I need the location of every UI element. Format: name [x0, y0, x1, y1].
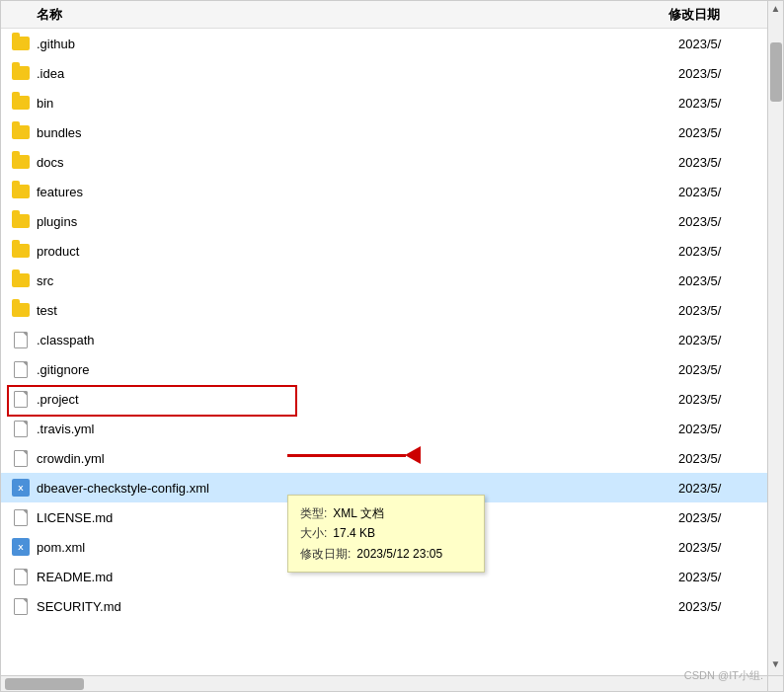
- folder-icon: [11, 211, 31, 231]
- file-name-label: product: [37, 244, 678, 259]
- folder-icon: [11, 93, 31, 113]
- file-date-label: 2023/5/: [678, 155, 757, 170]
- name-column-header[interactable]: 名称: [37, 6, 668, 24]
- file-date-label: 2023/5/: [678, 185, 757, 199]
- list-item[interactable]: src2023/5/: [1, 266, 767, 295]
- list-item[interactable]: crowdin.yml2023/5/: [1, 443, 767, 473]
- list-item[interactable]: bundles2023/5/: [1, 117, 767, 147]
- list-item[interactable]: test2023/5/: [1, 295, 767, 325]
- file-name-label: .classpath: [37, 333, 678, 347]
- list-item[interactable]: .idea2023/5/: [1, 58, 767, 88]
- file-name-label: test: [37, 303, 678, 318]
- scroll-thumb[interactable]: [770, 42, 782, 102]
- file-name-label: .gitignore: [37, 362, 678, 377]
- modified-label: 修改日期:: [300, 544, 351, 564]
- tooltip-date-row: 修改日期: 2023/5/12 23:05: [300, 544, 472, 564]
- file-tooltip: 类型: XML 文档 大小: 17.4 KB 修改日期: 2023/5/12 2…: [287, 495, 485, 573]
- file-explorer: ▲ ▼ 名称 修改日期 .github2023/5/.idea2023/5/bi…: [0, 0, 784, 692]
- header-spacer: [11, 5, 31, 25]
- file-name-label: docs: [37, 155, 678, 170]
- file-name-label: bin: [37, 96, 678, 111]
- file-date-label: 2023/5/: [678, 540, 757, 555]
- size-label: 大小:: [300, 523, 327, 543]
- folder-icon: [11, 34, 31, 53]
- file-date-label: 2023/5/: [678, 510, 757, 525]
- folder-icon: [11, 241, 31, 261]
- file-name-label: .travis.yml: [37, 422, 678, 436]
- folder-icon: [11, 122, 31, 142]
- file-icon: [11, 596, 31, 616]
- list-item[interactable]: .travis.yml2023/5/: [1, 414, 767, 443]
- list-item[interactable]: plugins2023/5/: [1, 206, 767, 236]
- file-date-label: 2023/5/: [678, 333, 757, 347]
- file-name-label: SECURITY.md: [37, 599, 678, 614]
- h-scroll-thumb[interactable]: [5, 678, 84, 690]
- file-date-label: 2023/5/: [678, 362, 757, 377]
- folder-icon: [11, 270, 31, 290]
- file-name-label: crowdin.yml: [37, 451, 678, 466]
- list-item[interactable]: product2023/5/: [1, 236, 767, 266]
- file-icon: [11, 359, 31, 379]
- list-item[interactable]: bin2023/5/: [1, 88, 767, 117]
- file-icon: [11, 567, 31, 586]
- file-date-label: 2023/5/: [678, 273, 757, 288]
- file-date-label: 2023/5/: [678, 244, 757, 259]
- file-name-label: bundles: [37, 125, 678, 140]
- file-date-label: 2023/5/: [678, 422, 757, 436]
- file-name-label: src: [37, 273, 678, 288]
- file-date-label: 2023/5/: [678, 451, 757, 466]
- file-name-label: .idea: [37, 66, 678, 81]
- file-icon: [11, 448, 31, 468]
- xml-file-icon: X: [11, 478, 31, 498]
- list-item[interactable]: docs2023/5/: [1, 147, 767, 177]
- file-date-label: 2023/5/: [678, 481, 757, 496]
- file-date-label: 2023/5/: [678, 392, 757, 407]
- type-label: 类型:: [300, 503, 327, 523]
- folder-icon: [11, 152, 31, 172]
- file-date-label: 2023/5/: [678, 570, 757, 584]
- file-icon: [11, 419, 31, 438]
- file-date-label: 2023/5/: [678, 96, 757, 111]
- list-item[interactable]: SECURITY.md2023/5/: [1, 591, 767, 621]
- folder-icon: [11, 182, 31, 201]
- folder-icon: [11, 300, 31, 320]
- list-item[interactable]: .gitignore2023/5/: [1, 354, 767, 384]
- file-name-label: .github: [37, 37, 678, 51]
- size-value: 17.4 KB: [333, 523, 375, 543]
- scrollbar-corner: [767, 675, 783, 691]
- modified-value: 2023/5/12 23:05: [356, 544, 442, 564]
- file-date-label: 2023/5/: [678, 214, 757, 229]
- vertical-scrollbar[interactable]: ▲ ▼: [767, 1, 783, 691]
- list-item[interactable]: .classpath2023/5/: [1, 325, 767, 354]
- folder-icon: [11, 63, 31, 83]
- file-date-label: 2023/5/: [678, 66, 757, 81]
- date-column-header[interactable]: 修改日期: [668, 6, 757, 24]
- file-date-label: 2023/5/: [678, 599, 757, 614]
- type-value: XML 文档: [333, 503, 384, 523]
- file-name-label: dbeaver-checkstyle-config.xml: [37, 481, 678, 496]
- xml-file-icon: X: [11, 537, 31, 557]
- file-date-label: 2023/5/: [678, 303, 757, 318]
- list-item[interactable]: features2023/5/: [1, 177, 767, 206]
- column-header: 名称 修改日期: [1, 1, 783, 29]
- file-name-label: features: [37, 185, 678, 199]
- scroll-up-arrow[interactable]: ▲: [768, 1, 783, 16]
- tooltip-size-row: 大小: 17.4 KB: [300, 523, 472, 543]
- horizontal-scrollbar[interactable]: [1, 675, 767, 691]
- file-icon: [11, 330, 31, 349]
- file-date-label: 2023/5/: [678, 37, 757, 51]
- file-date-label: 2023/5/: [678, 125, 757, 140]
- file-name-label: plugins: [37, 214, 678, 229]
- tooltip-type-row: 类型: XML 文档: [300, 503, 472, 523]
- file-name-label: .project: [37, 392, 678, 407]
- scroll-down-arrow[interactable]: ▼: [768, 656, 783, 671]
- list-item[interactable]: .github2023/5/: [1, 29, 767, 58]
- list-item[interactable]: .project2023/5/: [1, 384, 767, 414]
- file-icon: [11, 389, 31, 409]
- file-icon: [11, 507, 31, 527]
